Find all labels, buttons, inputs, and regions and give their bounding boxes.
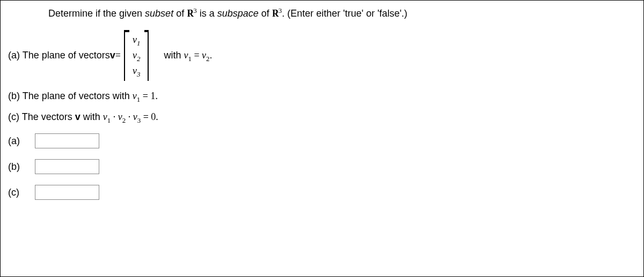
m2v: v — [133, 50, 137, 61]
part-a-label: (a) The plane of vectors — [8, 50, 110, 61]
rhs-v: v — [202, 50, 206, 61]
cond-dot: . — [210, 50, 213, 61]
q-tail: . (Enter either 'true' or 'false'.) — [282, 8, 407, 19]
pc-val: 0. — [151, 111, 158, 122]
answer-row-b: (b) — [8, 159, 636, 174]
part-b-label: (b) The plane of vectors with — [8, 91, 133, 101]
bracket-left-icon — [124, 30, 128, 81]
problem-container: Determine if the given subset of R3 is a… — [0, 0, 644, 277]
answer-row-a: (a) — [8, 133, 636, 148]
pb-val: 1. — [150, 91, 158, 101]
part-a: (a) The plane of vectors v = v1 v2 v3 wi… — [8, 30, 636, 81]
pc-d1: · — [111, 111, 118, 122]
matrix-cell-3: v3 — [131, 63, 141, 79]
q-mid2: is a — [197, 8, 217, 19]
pc-v2: v — [118, 111, 122, 122]
pc-d2: · — [126, 111, 133, 122]
matrix-column: v1 v2 v3 — [128, 30, 144, 81]
answer-input-a[interactable] — [35, 133, 99, 148]
part-b: (b) The plane of vectors with v1 = 1. — [8, 91, 636, 102]
part-a-condition: with v1 = v2. — [164, 50, 212, 61]
cond-eq: = — [192, 50, 202, 61]
answer-label-b: (b) — [8, 161, 35, 173]
pb-eq: = — [140, 91, 150, 101]
part-c: (c) The vectors v with v1 · v2 · v3 = 0. — [8, 111, 636, 123]
answer-input-c[interactable] — [35, 185, 99, 200]
q-R2: R — [272, 7, 279, 20]
pc-eq: = — [141, 111, 151, 122]
pc-with: with — [80, 111, 103, 122]
pc-vec: v — [75, 111, 80, 122]
matrix-cell-1: v1 — [131, 32, 141, 48]
answer-label-a: (a) — [8, 136, 35, 147]
q-subspace: subspace — [217, 8, 259, 19]
answer-input-b[interactable] — [35, 159, 99, 174]
pc-v1: v — [103, 111, 107, 122]
m2s: 2 — [137, 55, 140, 63]
answer-label-c: (c) — [8, 187, 35, 198]
q-R1: R — [187, 7, 193, 20]
part-c-label: (c) The vectors — [8, 111, 75, 122]
m1v: v — [133, 34, 137, 45]
q-mid1: of — [173, 8, 187, 19]
m1s: 1 — [137, 39, 140, 47]
q-mid3: of — [259, 8, 272, 19]
pc-v3: v — [133, 111, 137, 122]
part-a-eq: = — [115, 50, 121, 61]
q-pre: Determine if the given — [48, 8, 145, 19]
pb-v: v — [133, 91, 137, 101]
m3v: v — [133, 65, 137, 76]
answer-row-c: (c) — [8, 185, 636, 200]
with-text: with — [164, 50, 184, 61]
question-text: Determine if the given subset of R3 is a… — [48, 7, 636, 20]
bracket-right-icon — [144, 30, 149, 81]
q-subset: subset — [145, 8, 173, 19]
part-a-vec: v — [110, 50, 115, 61]
matrix: v1 v2 v3 — [124, 30, 149, 81]
m3s: 3 — [137, 70, 140, 78]
matrix-cell-2: v2 — [131, 48, 141, 63]
